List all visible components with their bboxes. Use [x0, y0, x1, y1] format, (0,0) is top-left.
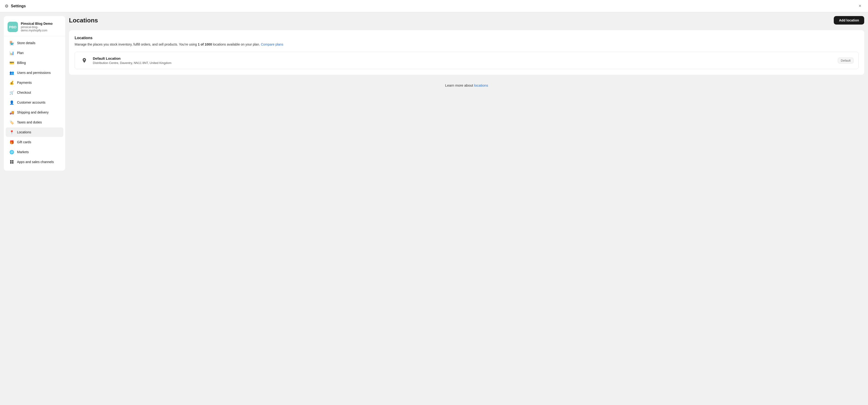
- sidebar-item-markets[interactable]: 🌐 Markets: [6, 147, 63, 157]
- store-icon: 🏪: [9, 41, 14, 45]
- billing-icon: 💳: [9, 60, 14, 65]
- apps-icon: [9, 160, 14, 164]
- location-name: Default Location: [93, 57, 834, 60]
- location-address: Distribution Centre, Daventry, NN11 8NT,…: [93, 61, 834, 65]
- sidebar-label-gift-cards: Gift cards: [17, 140, 31, 144]
- sidebar-item-apps-sales-channels[interactable]: Apps and sales channels: [6, 157, 63, 167]
- desc-part2: locations available on your plan.: [212, 42, 260, 46]
- svg-rect-1: [12, 160, 13, 162]
- customer-accounts-icon: 👤: [9, 100, 14, 105]
- sidebar-label-billing: Billing: [17, 61, 26, 65]
- sidebar-item-store-details[interactable]: 🏪 Store details: [6, 38, 63, 48]
- svg-rect-2: [10, 162, 11, 164]
- location-row[interactable]: Default Location Distribution Centre, Da…: [75, 52, 859, 69]
- sidebar-label-users: Users and permissions: [17, 71, 51, 75]
- gift-cards-icon: 🎁: [9, 140, 14, 144]
- sidebar-item-billing[interactable]: 💳 Billing: [6, 58, 63, 67]
- users-icon: 👥: [9, 70, 14, 75]
- store-info: Pimsical Blog Demo pimsical-blog-demo.my…: [21, 22, 61, 32]
- app-window: ⚙ Settings × PBD Pimsical Blog Demo pims…: [0, 0, 868, 405]
- payments-icon: 💰: [9, 80, 14, 85]
- shipping-icon: 🚚: [9, 110, 14, 115]
- section-description: Manage the places you stock inventory, f…: [75, 42, 859, 47]
- main-content: Locations Add location Locations Manage …: [69, 16, 864, 401]
- add-location-button[interactable]: Add location: [834, 16, 864, 25]
- sidebar-label-customer-accounts: Customer accounts: [17, 101, 45, 104]
- store-domain: pimsical-blog-demo.myshopify.com: [21, 26, 61, 32]
- svg-rect-0: [10, 160, 11, 162]
- location-pin-icon: [80, 56, 89, 65]
- sidebar-item-plan[interactable]: 📊 Plan: [6, 48, 63, 58]
- sidebar-item-users-permissions[interactable]: 👥 Users and permissions: [6, 68, 63, 77]
- title-bar: ⚙ Settings ×: [0, 0, 868, 12]
- plan-icon: 📊: [9, 50, 14, 55]
- sidebar: PBD Pimsical Blog Demo pimsical-blog-dem…: [4, 16, 65, 171]
- desc-part1: Manage the places you stock inventory, f…: [75, 42, 198, 46]
- compare-plans-link[interactable]: Compare plans: [261, 42, 283, 46]
- locations-icon: 📍: [9, 130, 14, 135]
- checkout-icon: 🛒: [9, 90, 14, 95]
- sidebar-label-markets: Markets: [17, 150, 29, 154]
- sidebar-item-payments[interactable]: 💰 Payments: [6, 78, 63, 87]
- sidebar-item-locations[interactable]: 📍 Locations: [6, 128, 63, 137]
- sidebar-label-payments: Payments: [17, 81, 32, 85]
- sidebar-item-checkout[interactable]: 🛒 Checkout: [6, 88, 63, 97]
- gear-icon: ⚙: [5, 4, 8, 9]
- sidebar-item-gift-cards[interactable]: 🎁 Gift cards: [6, 137, 63, 147]
- sidebar-label-taxes: Taxes and duties: [17, 121, 42, 124]
- title-bar-left: ⚙ Settings: [5, 4, 26, 9]
- main-layout: PBD Pimsical Blog Demo pimsical-blog-dem…: [0, 12, 868, 405]
- default-badge: Default: [838, 58, 854, 64]
- sidebar-label-apps: Apps and sales channels: [17, 160, 54, 164]
- learn-more-text: Learn more about: [445, 83, 474, 87]
- locations-learn-more-link[interactable]: locations: [474, 83, 488, 87]
- sidebar-label-plan: Plan: [17, 51, 24, 55]
- section-title: Locations: [75, 36, 859, 40]
- sidebar-label-locations: Locations: [17, 130, 31, 134]
- location-details: Default Location Distribution Centre, Da…: [93, 57, 834, 65]
- sidebar-label-shipping: Shipping and delivery: [17, 110, 49, 114]
- markets-icon: 🌐: [9, 149, 14, 154]
- sidebar-label-checkout: Checkout: [17, 91, 31, 94]
- sidebar-label-store-details: Store details: [17, 41, 35, 45]
- sidebar-item-customer-accounts[interactable]: 👤 Customer accounts: [6, 98, 63, 107]
- sidebar-item-taxes-duties[interactable]: 🏷️ Taxes and duties: [6, 117, 63, 127]
- store-avatar: PBD: [7, 22, 18, 32]
- desc-bold: 1 of 1000: [198, 42, 212, 46]
- content-header: Locations Add location: [69, 16, 864, 25]
- locations-section-card: Locations Manage the places you stock in…: [69, 30, 864, 75]
- store-name: Pimsical Blog Demo: [21, 22, 61, 26]
- close-button[interactable]: ×: [857, 3, 863, 9]
- learn-more-section: Learn more about locations: [69, 78, 864, 89]
- taxes-icon: 🏷️: [9, 120, 14, 125]
- sidebar-item-shipping-delivery[interactable]: 🚚 Shipping and delivery: [6, 108, 63, 117]
- store-header: PBD Pimsical Blog Demo pimsical-blog-dem…: [4, 20, 65, 36]
- svg-rect-3: [12, 162, 13, 164]
- title-bar-title: Settings: [11, 4, 26, 8]
- page-title: Locations: [69, 17, 98, 24]
